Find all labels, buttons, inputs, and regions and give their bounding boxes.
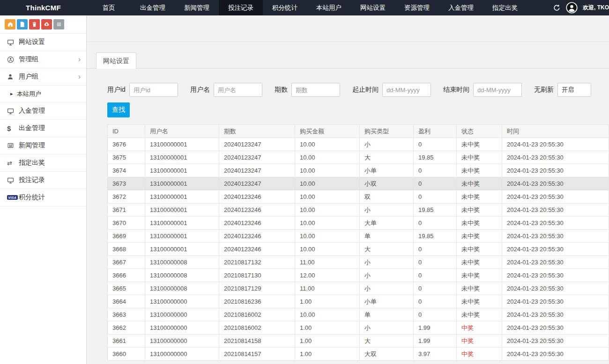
sidebar-item-news-management[interactable]: 新闻管理: [0, 137, 86, 154]
table-cell: 13100000001: [145, 190, 219, 204]
quick-file-button[interactable]: [17, 19, 28, 29]
table-cell: 12.00: [295, 269, 360, 282]
welcome-text: 欢迎, TKO: [583, 4, 609, 12]
search-button[interactable]: 查找: [107, 102, 130, 117]
no-refresh-select[interactable]: 开启: [557, 83, 591, 97]
sidebar-item-deposit-management[interactable]: 入金管理: [0, 102, 86, 120]
content: 用户id用户名期数起止时间结束时间 无刷新 开启 查找 ID用户名期数购买金额购…: [87, 83, 609, 361]
no-refresh-value: 开启: [562, 86, 574, 94]
sidebar-item-assign-prize[interactable]: ⇄指定出奖: [0, 154, 86, 172]
table-header-cell: ID: [108, 125, 145, 138]
table-row[interactable]: 3667131000000082021081713211.00小0未中奖2024…: [108, 256, 609, 269]
user-icon: [7, 73, 19, 80]
sidebar-item-admin-group[interactable]: 管理组›: [0, 51, 86, 68]
table-row[interactable]: 366013100000000202108141571.00大双3.97中奖20…: [108, 348, 609, 361]
end-time-input[interactable]: [473, 83, 522, 97]
table-row[interactable]: 3676131000000012024012324710.00小0未中奖2024…: [108, 138, 609, 151]
filter-row: 用户id用户名期数起止时间结束时间 无刷新 开启: [107, 83, 609, 97]
quick-home-button[interactable]: [5, 19, 15, 29]
top-nav-item-9[interactable]: 指定出奖: [483, 0, 527, 15]
top-nav-item-5[interactable]: 本站用户: [307, 0, 351, 15]
avatar[interactable]: [565, 2, 578, 14]
table-cell: 大: [360, 243, 414, 256]
table-cell: 13100000001: [145, 217, 219, 230]
chevron-right-icon: ›: [78, 56, 81, 63]
table-header-cell: 购买类型: [360, 125, 414, 138]
table-cell: 大: [360, 335, 414, 348]
table-row[interactable]: 3670131000000012024012324610.00大单0未中奖202…: [108, 217, 609, 230]
table-cell: 10.00: [295, 308, 360, 321]
sidebar-item-bet-records[interactable]: 投注记录: [0, 172, 86, 189]
table-cell: 13100000001: [145, 204, 219, 217]
list-icon: [56, 22, 62, 27]
tab-bar: 网站设置: [87, 52, 609, 69]
quick-cloud-up-button[interactable]: [41, 19, 52, 29]
brand-logo[interactable]: ThinkCMF: [0, 0, 87, 15]
start-time-input[interactable]: [382, 83, 431, 97]
table-header-cell: 盈利: [414, 125, 457, 138]
sidebar-item-label: 管理组: [19, 55, 38, 64]
chevron-right-icon: ›: [78, 73, 81, 80]
quick-trash-button[interactable]: [29, 19, 40, 29]
monitor-icon: [7, 177, 19, 184]
sidebar-item-label: 指定出奖: [19, 159, 45, 167]
username-input[interactable]: [214, 83, 262, 97]
caret-right-icon: ▸: [10, 91, 17, 96]
sidebar-item-withdraw-management[interactable]: $出金管理: [0, 120, 86, 137]
tab-site-settings[interactable]: 网站设置: [96, 52, 136, 69]
top-nav-item-7[interactable]: 资源管理: [395, 0, 439, 15]
table-cell: 小: [360, 321, 414, 335]
table-cell: 小: [360, 256, 414, 269]
top-nav-item-6[interactable]: 网站设置: [351, 0, 395, 15]
sidebar-item-label: 本站用户: [17, 90, 41, 98]
period-input[interactable]: [291, 83, 340, 97]
end-time-label: 结束时间: [443, 86, 469, 94]
table-cell: 3674: [108, 164, 145, 177]
topbar-right: 欢迎, TKO: [553, 0, 609, 15]
user-id-input[interactable]: [129, 83, 178, 97]
table-row[interactable]: 3671131000000012024012324610.00小19.85未中奖…: [108, 204, 609, 217]
sidebar-item-user-group[interactable]: 用户组›: [0, 68, 86, 86]
sidebar-item-points-stats[interactable]: VISA积分统计: [0, 189, 86, 206]
table-row[interactable]: 3672131000000012024012324610.00双0未中奖2024…: [108, 190, 609, 204]
table-row[interactable]: 366213100000000202108160021.00小1.99中奖202…: [108, 321, 609, 335]
table-cell: 13100000000: [145, 308, 219, 321]
table-cell: 3664: [108, 295, 145, 308]
file-icon: [20, 22, 25, 27]
table-cell: 3676: [108, 138, 145, 151]
table-cell: 13100000001: [145, 151, 219, 164]
table-header-cell: 购买金额: [295, 125, 360, 138]
table-row[interactable]: 3666131000000082021081713012.00小0未中奖2024…: [108, 269, 609, 282]
table-row[interactable]: 3675131000000012024012324710.00大19.85未中奖…: [108, 151, 609, 164]
quick-list-button[interactable]: [53, 19, 64, 29]
top-nav-item-1[interactable]: 出金管理: [131, 0, 175, 15]
top-nav-item-0[interactable]: 首页: [87, 0, 131, 15]
table-row[interactable]: 3665131000000082021081712911.00小0未中奖2024…: [108, 282, 609, 295]
table-cell: 未中奖: [457, 217, 502, 230]
top-nav-item-2[interactable]: 新闻管理: [175, 0, 219, 15]
table-row[interactable]: 3663131000000002021081600210.00单0未中奖2024…: [108, 308, 609, 321]
sidebar-item-site-users[interactable]: ▸本站用户: [0, 86, 86, 102]
table-cell: 20240123247: [219, 164, 295, 177]
table-row[interactable]: 3674131000000012024012324710.00小单0未中奖202…: [108, 164, 609, 177]
home-icon: [7, 22, 13, 27]
refresh-icon[interactable]: [553, 4, 560, 11]
table-cell: 大双: [360, 348, 414, 361]
table-cell: 19.85: [414, 230, 457, 243]
sidebar-item-label: 投注记录: [19, 176, 45, 184]
table-row[interactable]: 3669131000000012024012324610.00单19.85未中奖…: [108, 230, 609, 243]
table-row[interactable]: 366113100000000202108141581.00大1.99中奖202…: [108, 335, 609, 348]
top-nav-item-8[interactable]: 入金管理: [439, 0, 483, 15]
table-cell: 单: [360, 230, 414, 243]
sidebar-item-site-settings[interactable]: 网站设置: [0, 34, 86, 51]
table-cell: 小: [360, 282, 414, 295]
table-cell: 2024-01-23 20:55:30: [502, 164, 609, 177]
table-row[interactable]: 3668131000000012024012324610.00大0未中奖2024…: [108, 243, 609, 256]
table-header-row: ID用户名期数购买金额购买类型盈利状态时间: [108, 125, 609, 138]
top-nav-item-4[interactable]: 积分统计: [263, 0, 307, 15]
table-row[interactable]: 366413100000000202108162361.00小单0未中奖2024…: [108, 295, 609, 308]
top-nav-item-3[interactable]: 投注记录: [219, 0, 263, 15]
table-cell: 3666: [108, 269, 145, 282]
table-row[interactable]: 3673131000000012024012324710.00小双0未中奖202…: [108, 177, 609, 190]
sidebar-item-label: 出金管理: [19, 124, 45, 132]
